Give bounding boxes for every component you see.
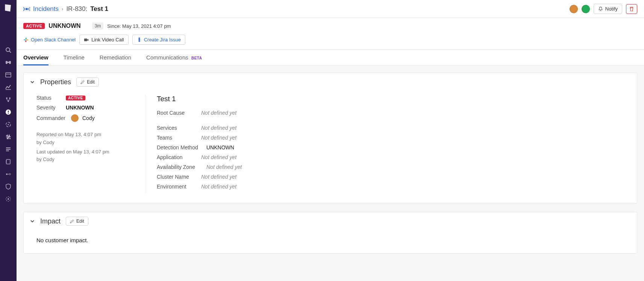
tab-timeline[interactable]: Timeline	[64, 50, 85, 65]
integrations-icon[interactable]	[0, 131, 17, 143]
video-icon	[84, 38, 89, 42]
jira-icon	[137, 37, 142, 42]
search-icon[interactable]	[0, 44, 17, 56]
properties-card: Properties Edit Status ACTIVE Severity	[23, 73, 637, 204]
impact-body: No customer impact.	[24, 230, 637, 253]
impact-card: Impact Edit No customer impact.	[23, 212, 637, 254]
since-text: Since: May 13, 2021 4:07 pm	[107, 23, 171, 29]
impact-text: No customer impact.	[36, 237, 88, 243]
svg-point-26	[8, 198, 9, 200]
pencil-icon	[80, 80, 85, 84]
properties-left: Status ACTIVE Severity UNKNOWN Commander…	[36, 95, 145, 193]
commander-avatar	[71, 114, 79, 122]
metrics-icon[interactable]	[0, 81, 17, 93]
svg-point-15	[8, 124, 9, 125]
svg-point-9	[9, 97, 11, 99]
az-key: Availability Zone	[157, 164, 200, 170]
breadcrumb-root-link[interactable]: Incidents	[33, 5, 59, 13]
app-sidebar	[0, 0, 17, 281]
severity-value: UNKNOWN	[66, 105, 94, 111]
datadog-logo-icon[interactable]	[3, 3, 14, 14]
properties-right-title: Test 1	[157, 95, 628, 103]
apm-icon[interactable]	[0, 118, 17, 131]
svg-rect-3	[9, 61, 11, 64]
incident-id: IR-830:	[66, 5, 87, 13]
services-value: Not defined yet	[201, 125, 236, 131]
top-actions: Notify	[570, 4, 637, 14]
trash-icon	[629, 6, 634, 12]
pencil-icon	[70, 219, 74, 223]
topbar: Incidents › IR-830: Test 1 Notify	[17, 0, 644, 18]
svg-point-0	[6, 48, 10, 52]
svg-rect-13	[8, 113, 9, 114]
avatar-2[interactable]	[582, 5, 590, 13]
incident-title: Test 1	[90, 5, 108, 13]
alerts-icon[interactable]	[0, 106, 17, 118]
edit-properties-button[interactable]: Edit	[76, 77, 99, 87]
avatar-1[interactable]	[570, 5, 578, 13]
svg-rect-28	[24, 39, 26, 40]
tab-overview[interactable]: Overview	[23, 50, 48, 65]
svg-line-1	[9, 51, 11, 53]
svg-rect-32	[84, 38, 87, 41]
status-key: Status	[36, 95, 62, 101]
main-panel: Incidents › IR-830: Test 1 Notify ACTIVE…	[17, 0, 644, 281]
svg-point-24	[9, 173, 11, 175]
teams-key: Teams	[157, 135, 195, 141]
properties-meta: Reported on May 13, 4:07 pm by Cody Last…	[36, 131, 145, 164]
edit-impact-button[interactable]: Edit	[66, 217, 88, 226]
updated-by-line: by Cody	[36, 156, 145, 164]
infrastructure-icon[interactable]	[0, 93, 17, 106]
env-value: Not defined yet	[201, 184, 236, 190]
env-key: Environment	[157, 184, 195, 190]
collapse-properties-icon[interactable]	[30, 79, 35, 85]
dashboard-icon[interactable]	[0, 68, 17, 81]
bell-icon	[598, 6, 603, 11]
ci-icon[interactable]	[0, 168, 17, 180]
content-area: Properties Edit Status ACTIVE Severity	[17, 66, 644, 281]
tab-communications[interactable]: Communications BETA	[146, 50, 202, 65]
tab-remediation[interactable]: Remediation	[100, 50, 131, 65]
services-key: Services	[157, 125, 195, 131]
detection-key: Detection Method	[157, 144, 200, 150]
binoculars-icon[interactable]	[0, 56, 17, 68]
open-slack-link[interactable]: Open Slack Channel	[23, 37, 76, 43]
status-badge: ACTIVE	[23, 23, 45, 29]
security-icon[interactable]	[0, 180, 17, 193]
svg-rect-12	[8, 111, 9, 112]
slack-icon	[23, 37, 29, 43]
svg-rect-5	[6, 73, 11, 77]
logs-icon[interactable]	[0, 143, 17, 155]
impact-title: Impact	[40, 217, 61, 225]
cluster-value: Not defined yet	[201, 174, 236, 180]
reported-by-line: by Cody	[36, 139, 145, 147]
properties-right: Test 1 Root CauseNot defined yet Service…	[145, 95, 628, 193]
incident-subheader: ACTIVE UNKNOWN 3m Since: May 13, 2021 4:…	[17, 18, 644, 50]
properties-title: Properties	[40, 78, 71, 86]
svg-rect-19	[6, 159, 10, 164]
breadcrumb: Incidents › IR-830: Test 1	[23, 5, 108, 13]
slack-label: Open Slack Channel	[31, 37, 76, 43]
detection-value: UNKNOWN	[206, 144, 234, 150]
beta-badge: BETA	[191, 56, 202, 60]
create-jira-button[interactable]: Create Jira Issue	[132, 35, 185, 45]
video-label: Link Video Call	[91, 37, 124, 43]
updated-line: Last updated on May 13, 4:07 pm	[36, 148, 145, 156]
severity-key: Severity	[36, 105, 62, 111]
link-video-button[interactable]: Link Video Call	[79, 35, 128, 45]
severity-text: UNKNOWN	[48, 23, 80, 29]
collapse-impact-icon[interactable]	[30, 219, 35, 224]
svg-rect-35	[138, 40, 140, 42]
notebook-icon[interactable]	[0, 155, 17, 168]
notify-button[interactable]: Notify	[594, 4, 622, 14]
settings-icon[interactable]	[0, 193, 17, 205]
commander-value: Cody	[82, 115, 95, 121]
jira-label: Create Jira Issue	[144, 37, 181, 43]
root-cause-key: Root Cause	[157, 110, 195, 116]
svg-rect-4	[8, 62, 9, 63]
incidents-icon	[23, 6, 30, 12]
svg-rect-29	[26, 39, 28, 41]
delete-button[interactable]	[626, 4, 637, 14]
cluster-key: Cluster Name	[157, 174, 195, 180]
reported-line: Reported on May 13, 4:07 pm	[36, 131, 145, 139]
